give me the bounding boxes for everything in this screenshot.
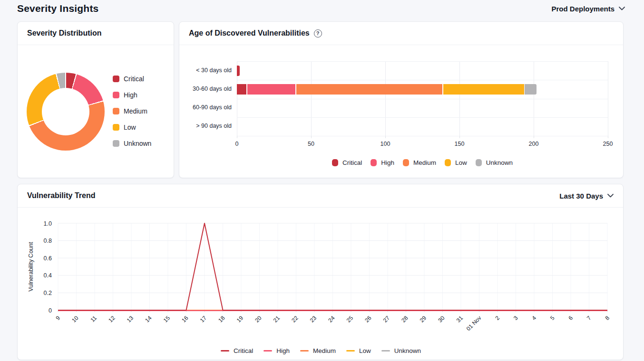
age-stacked-bar-chart: CriticalHighMediumLowUnknown 05010015020… bbox=[237, 61, 608, 179]
x-axis-label: 27 bbox=[382, 314, 391, 324]
x-axis-label: 10 bbox=[70, 314, 80, 324]
legend-item-medium: Medium bbox=[113, 107, 151, 115]
x-axis-label: 15 bbox=[162, 314, 172, 324]
help-icon[interactable]: ? bbox=[314, 29, 322, 38]
x-axis-label: 17 bbox=[199, 314, 208, 324]
bar-segment-medium bbox=[296, 84, 442, 95]
polyline bbox=[619, 7, 624, 10]
legend-label: Low bbox=[359, 347, 371, 354]
polyline bbox=[608, 194, 613, 197]
deployment-scope-selector[interactable]: Prod Deployments bbox=[551, 5, 625, 13]
legend-swatch bbox=[381, 350, 390, 352]
legend-swatch bbox=[113, 76, 119, 82]
trend-legend: CriticalHighMediumLowUnknown bbox=[18, 347, 624, 354]
axis-tick bbox=[311, 136, 312, 138]
x-axis-label: 13 bbox=[126, 314, 135, 324]
chevron-down-icon bbox=[619, 7, 625, 10]
page-title: Severity Insights bbox=[17, 3, 98, 14]
age-chart-legend: CriticalHighMediumLowUnknown bbox=[237, 159, 608, 166]
x-axis-label: 23 bbox=[309, 314, 318, 324]
card-title: Age of Discovered Vulnerabilities bbox=[189, 29, 310, 38]
legend-swatch bbox=[300, 350, 309, 352]
x-axis-label: 50 bbox=[308, 141, 314, 147]
x-axis-label: 11 bbox=[89, 314, 98, 323]
x-axis-label: 31 bbox=[455, 314, 465, 324]
gridline bbox=[237, 117, 608, 118]
x-axis-label: 22 bbox=[290, 314, 300, 324]
legend-item-high: High bbox=[263, 347, 290, 354]
x-axis-label: 18 bbox=[217, 314, 226, 324]
x-axis-label: 150 bbox=[455, 141, 465, 147]
legend-label: Medium bbox=[313, 347, 336, 354]
x-axis-label: 30 bbox=[437, 314, 446, 324]
chevron-down-icon bbox=[607, 194, 614, 198]
legend-item-critical: Critical bbox=[113, 75, 151, 83]
legend-swatch bbox=[476, 159, 482, 166]
axis-tick bbox=[237, 136, 237, 138]
x-axis-label: 25 bbox=[345, 314, 355, 324]
donut-legend: CriticalHighMediumLowUnknown bbox=[113, 75, 151, 147]
x-axis-label: 12 bbox=[107, 314, 117, 324]
legend-item-medium: Medium bbox=[403, 159, 436, 166]
age-chart-plot bbox=[237, 61, 608, 136]
y-axis-label: 1.0 bbox=[44, 220, 52, 227]
topbar: Severity Insights Prod Deployments bbox=[0, 0, 644, 17]
gridline bbox=[237, 61, 608, 62]
severity-distribution-card: Severity Distribution CriticalHighMedium… bbox=[17, 21, 174, 178]
legend-label: Unknown bbox=[486, 159, 513, 166]
y-axis-label: 0.8 bbox=[44, 238, 52, 244]
vulnerability-trend-card: Vulnerability Trend Last 30 Days 1.00.80… bbox=[17, 184, 624, 360]
bar-segment-unknown bbox=[525, 84, 537, 95]
bar-row bbox=[237, 103, 608, 113]
x-axis-label: 29 bbox=[419, 314, 428, 324]
donut-hole bbox=[42, 88, 89, 135]
legend-item-high: High bbox=[113, 91, 151, 99]
x-axis-label: 9 bbox=[54, 314, 61, 322]
age-of-vulnerabilities-card: Age of Discovered Vulnerabilities ? < 30… bbox=[179, 21, 624, 178]
category-label: < 30 days old bbox=[179, 67, 232, 74]
x-axis-label: 100 bbox=[381, 141, 390, 147]
legend-swatch bbox=[403, 159, 409, 166]
gridline bbox=[237, 136, 608, 136]
gridline bbox=[237, 99, 608, 99]
bar-segment-high bbox=[247, 84, 295, 95]
axis-tick bbox=[608, 136, 608, 138]
legend-label: Critical bbox=[234, 347, 253, 354]
legend-label: High bbox=[276, 347, 290, 354]
y-axis-label: 0.4 bbox=[44, 272, 52, 279]
legend-item-low: Low bbox=[113, 124, 151, 131]
legend-swatch bbox=[221, 350, 229, 352]
category-label: 30-60 days old bbox=[179, 86, 232, 92]
trend-range-selector[interactable]: Last 30 Days bbox=[559, 192, 614, 200]
x-axis-label: 5 bbox=[549, 314, 556, 322]
x-axis-label: 01 Nov bbox=[465, 314, 483, 332]
legend-swatch bbox=[263, 350, 272, 352]
legend-label: High bbox=[124, 91, 137, 99]
axis-tick bbox=[534, 136, 534, 138]
bar-row bbox=[237, 84, 608, 95]
legend-swatch bbox=[113, 108, 119, 114]
legend-swatch bbox=[346, 350, 355, 352]
x-axis-label: 6 bbox=[567, 314, 574, 322]
legend-swatch bbox=[332, 159, 338, 166]
x-axis-label: 24 bbox=[327, 314, 336, 324]
severity-donut-chart bbox=[27, 73, 105, 151]
x-axis-label: 200 bbox=[529, 141, 539, 147]
legend-label: Low bbox=[124, 124, 136, 131]
x-axis-label: 250 bbox=[603, 141, 613, 147]
card-header: Severity Distribution bbox=[18, 22, 174, 45]
card-header: Age of Discovered Vulnerabilities ? bbox=[179, 22, 623, 45]
legend-item-unknown: Unknown bbox=[113, 140, 151, 147]
x-axis-label: 4 bbox=[530, 314, 537, 322]
y-axis-label: 0 bbox=[49, 307, 52, 314]
legend-label: High bbox=[381, 159, 394, 166]
gridline bbox=[237, 80, 608, 80]
legend-item-low: Low bbox=[346, 347, 371, 354]
deployment-scope-label: Prod Deployments bbox=[551, 5, 615, 13]
legend-label: Critical bbox=[124, 75, 144, 83]
legend-label: Unknown bbox=[394, 347, 421, 354]
legend-swatch bbox=[113, 140, 119, 147]
legend-swatch bbox=[371, 159, 377, 166]
legend-item-medium: Medium bbox=[300, 347, 336, 354]
bar-segment-critical bbox=[237, 66, 240, 76]
